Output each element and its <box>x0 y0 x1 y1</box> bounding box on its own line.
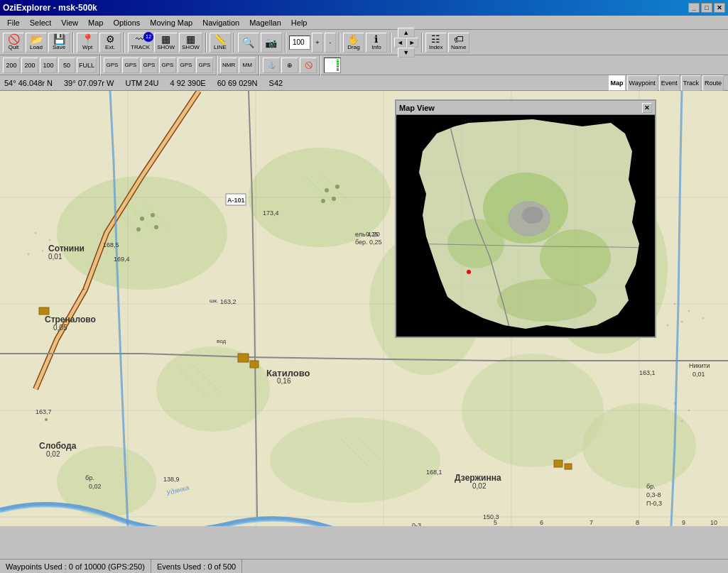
save-button[interactable]: 💾 Save <box>48 33 70 53</box>
svg-text:бр.: бр. <box>85 474 94 481</box>
svg-text:0-3: 0-3 <box>412 522 421 526</box>
close-button[interactable]: ✕ <box>714 3 725 13</box>
waypoint-icon: 📍 <box>82 34 94 44</box>
gps4-button[interactable]: GPS <box>159 58 176 73</box>
zoom-full-button[interactable]: FULL <box>77 58 97 73</box>
svg-point-30 <box>667 324 669 327</box>
svg-text:173,4: 173,4 <box>263 209 279 217</box>
sep2 <box>124 33 125 53</box>
waypoint-button[interactable]: 📍 Wpt <box>77 33 98 53</box>
quit-button[interactable]: 🚫 Quit <box>3 33 24 53</box>
waypoint-tab[interactable]: Waypoint <box>627 75 658 91</box>
gps5-button[interactable]: GPS <box>178 58 195 73</box>
line-icon: 📏 <box>214 34 226 44</box>
menu-file[interactable]: File <box>3 17 24 28</box>
svg-text:0,01: 0,01 <box>692 371 705 378</box>
title-bar: OziExplorer - msk-500k _ □ ✕ <box>0 0 728 16</box>
show-button[interactable]: ▦ SHOW <box>154 33 178 53</box>
menu-magellan[interactable]: Magellan <box>245 17 286 28</box>
nav-right-button[interactable]: ► <box>406 38 418 48</box>
drag-button[interactable]: ✋ Drag <box>343 33 364 53</box>
gps1-button[interactable]: GPS <box>104 58 121 73</box>
svg-text:168,1: 168,1 <box>426 469 442 476</box>
title-bar-controls: _ □ ✕ <box>688 3 725 13</box>
svg-point-23 <box>42 250 44 252</box>
zoom-minus-button[interactable]: - <box>325 33 336 53</box>
screenshot-button[interactable]: 📷 <box>261 33 282 53</box>
ext-button[interactable]: ⚙ Ext. <box>99 33 121 53</box>
svg-text:А-101: А-101 <box>227 197 245 204</box>
toolbar2: 200 200 100 50 FULL GPS GPS GPS GPS GPS … <box>0 55 728 75</box>
maximize-button[interactable]: □ <box>701 3 712 13</box>
info-button[interactable]: ℹ Info <box>366 33 387 53</box>
load-button[interactable]: 📂 Load <box>26 33 47 53</box>
search-icon: 🔍 <box>242 38 254 48</box>
menu-options[interactable]: Options <box>109 17 144 28</box>
svg-text:Никити: Никити <box>689 362 710 369</box>
anchor-button[interactable]: ⚓ <box>263 58 280 73</box>
gps6-button[interactable]: GPS <box>196 58 213 73</box>
restrict-button[interactable]: 🚫 <box>300 58 317 73</box>
event-tab[interactable]: Event <box>659 75 680 91</box>
map-tab[interactable]: Map <box>609 75 626 91</box>
map-view-inner[interactable] <box>396 115 655 337</box>
map-view-close-button[interactable]: ✕ <box>642 103 652 113</box>
svg-text:138,9: 138,9 <box>163 476 180 483</box>
track-tab[interactable]: Track <box>681 75 701 91</box>
zoom200b-button[interactable]: 200 <box>21 58 38 73</box>
svg-point-21 <box>35 232 37 234</box>
index-button[interactable]: ☷ Index <box>425 33 447 53</box>
menu-map[interactable]: Map <box>84 17 107 28</box>
svg-text:163,7: 163,7 <box>36 408 52 415</box>
track-button[interactable]: 12 〰 TRACK <box>128 33 153 53</box>
menu-view[interactable]: View <box>57 17 82 28</box>
coord-bar: 54° 46.048r N 39° 07.097r W UTM 24U 4 92… <box>0 75 728 91</box>
zoom-plus-button[interactable]: + <box>312 33 323 53</box>
map-view-popup: Map View ✕ <box>395 99 656 338</box>
svg-rect-45 <box>39 307 49 315</box>
minimize-button[interactable]: _ <box>688 3 700 13</box>
svg-point-115 <box>467 270 471 274</box>
name-button[interactable]: 🏷 Name <box>448 33 469 53</box>
ext-icon: ⚙ <box>106 34 115 44</box>
save-icon: 💾 <box>53 34 65 44</box>
svg-point-7 <box>270 418 440 503</box>
mm-button[interactable]: MM <box>239 58 256 73</box>
crosshair-button[interactable]: ⊕ <box>281 58 298 73</box>
nav-up-button[interactable]: ▲ <box>398 28 415 38</box>
svg-point-33 <box>681 420 683 422</box>
svg-point-28 <box>681 321 683 323</box>
svg-point-29 <box>702 317 705 320</box>
gps3-button[interactable]: GPS <box>141 58 158 73</box>
menu-navigation[interactable]: Navigation <box>198 17 244 28</box>
svg-point-112 <box>497 279 597 322</box>
window-title: OziExplorer - msk-500k <box>3 3 97 13</box>
svg-text:бер. 0,25: бер. 0,25 <box>355 239 382 246</box>
nav-left-button[interactable]: ◄ <box>394 38 406 48</box>
svg-point-76 <box>332 197 336 201</box>
zoom100-button[interactable]: 100 <box>40 58 57 73</box>
svg-point-73 <box>325 188 329 192</box>
show2-icon: ▦ <box>186 34 195 44</box>
drag-icon: ✋ <box>347 34 359 44</box>
route-tab[interactable]: Route <box>702 75 724 91</box>
zoom-input[interactable]: 100 <box>289 36 310 50</box>
menu-help[interactable]: Help <box>287 17 312 28</box>
zoom200-button[interactable]: 200 <box>3 58 20 73</box>
line-button[interactable]: 📏 LINE <box>210 33 231 53</box>
gps2-button[interactable]: GPS <box>122 58 139 73</box>
nav-down-button[interactable]: ▼ <box>398 48 415 58</box>
longitude-display: 39° 07.097r W <box>64 79 114 87</box>
svg-point-27 <box>688 310 690 312</box>
utm-display: UTM 24U <box>125 79 158 87</box>
menu-select[interactable]: Select <box>26 17 56 28</box>
svg-point-1 <box>57 176 227 290</box>
nmr-button[interactable]: NMR <box>220 58 237 73</box>
menu-moving-map[interactable]: Moving Map <box>146 17 197 28</box>
svg-rect-47 <box>565 464 572 469</box>
show2-button[interactable]: ▦ SHOW <box>179 33 202 53</box>
svg-point-74 <box>335 185 339 189</box>
search-button[interactable]: 🔍 <box>238 33 259 53</box>
map-view-title-bar: Map View ✕ <box>396 101 655 115</box>
zoom50-button[interactable]: 50 <box>58 58 75 73</box>
